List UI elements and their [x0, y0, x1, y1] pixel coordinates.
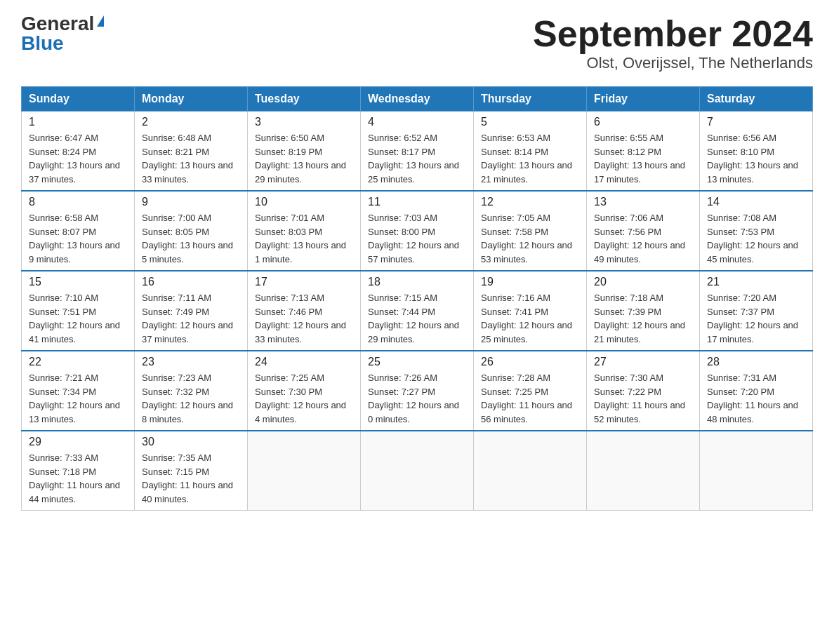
day-number: 23 [142, 356, 240, 368]
day-info: Sunrise: 7:06 AMSunset: 7:56 PMDaylight:… [594, 211, 692, 266]
page-title: September 2024 [533, 14, 813, 54]
day-number: 7 [707, 116, 805, 128]
table-row [361, 431, 474, 511]
table-row: 30Sunrise: 7:35 AMSunset: 7:15 PMDayligh… [135, 431, 248, 511]
day-number: 27 [594, 356, 692, 368]
table-row: 21Sunrise: 7:20 AMSunset: 7:37 PMDayligh… [700, 271, 813, 351]
day-info: Sunrise: 7:21 AMSunset: 7:34 PMDaylight:… [29, 371, 127, 426]
day-info: Sunrise: 7:20 AMSunset: 7:37 PMDaylight:… [707, 291, 805, 346]
day-number: 3 [255, 116, 353, 128]
day-info: Sunrise: 7:13 AMSunset: 7:46 PMDaylight:… [255, 291, 353, 346]
logo: General Blue [21, 14, 104, 53]
table-row: 26Sunrise: 7:28 AMSunset: 7:25 PMDayligh… [474, 351, 587, 431]
title-area: September 2024 Olst, Overijssel, The Net… [533, 14, 813, 72]
day-info: Sunrise: 7:23 AMSunset: 7:32 PMDaylight:… [142, 371, 240, 426]
day-info: Sunrise: 6:55 AMSunset: 8:12 PMDaylight:… [594, 131, 692, 186]
header-sunday: Sunday [22, 87, 135, 112]
table-row: 19Sunrise: 7:16 AMSunset: 7:41 PMDayligh… [474, 271, 587, 351]
table-row: 7Sunrise: 6:56 AMSunset: 8:10 PMDaylight… [700, 112, 813, 192]
day-info: Sunrise: 6:47 AMSunset: 8:24 PMDaylight:… [29, 131, 127, 186]
table-row: 14Sunrise: 7:08 AMSunset: 7:53 PMDayligh… [700, 191, 813, 271]
day-info: Sunrise: 6:58 AMSunset: 8:07 PMDaylight:… [29, 211, 127, 266]
day-info: Sunrise: 7:26 AMSunset: 7:27 PMDaylight:… [368, 371, 466, 426]
day-info: Sunrise: 6:50 AMSunset: 8:19 PMDaylight:… [255, 131, 353, 186]
day-info: Sunrise: 6:53 AMSunset: 8:14 PMDaylight:… [481, 131, 579, 186]
calendar-row: 29Sunrise: 7:33 AMSunset: 7:18 PMDayligh… [22, 431, 813, 511]
day-number: 4 [368, 116, 466, 128]
table-row: 4Sunrise: 6:52 AMSunset: 8:17 PMDaylight… [361, 112, 474, 192]
day-number: 5 [481, 116, 579, 128]
day-info: Sunrise: 7:10 AMSunset: 7:51 PMDaylight:… [29, 291, 127, 346]
table-row: 24Sunrise: 7:25 AMSunset: 7:30 PMDayligh… [248, 351, 361, 431]
header-tuesday: Tuesday [248, 87, 361, 112]
day-number: 1 [29, 116, 127, 128]
table-row: 6Sunrise: 6:55 AMSunset: 8:12 PMDaylight… [587, 112, 700, 192]
table-row: 16Sunrise: 7:11 AMSunset: 7:49 PMDayligh… [135, 271, 248, 351]
table-row: 8Sunrise: 6:58 AMSunset: 8:07 PMDaylight… [22, 191, 135, 271]
table-row: 3Sunrise: 6:50 AMSunset: 8:19 PMDaylight… [248, 112, 361, 192]
day-info: Sunrise: 7:15 AMSunset: 7:44 PMDaylight:… [368, 291, 466, 346]
day-number: 2 [142, 116, 240, 128]
calendar-row: 22Sunrise: 7:21 AMSunset: 7:34 PMDayligh… [22, 351, 813, 431]
table-row: 1Sunrise: 6:47 AMSunset: 8:24 PMDaylight… [22, 112, 135, 192]
table-row: 20Sunrise: 7:18 AMSunset: 7:39 PMDayligh… [587, 271, 700, 351]
day-number: 30 [142, 436, 240, 448]
header-thursday: Thursday [474, 87, 587, 112]
table-row: 25Sunrise: 7:26 AMSunset: 7:27 PMDayligh… [361, 351, 474, 431]
table-row: 2Sunrise: 6:48 AMSunset: 8:21 PMDaylight… [135, 112, 248, 192]
day-number: 26 [481, 356, 579, 368]
table-row: 5Sunrise: 6:53 AMSunset: 8:14 PMDaylight… [474, 112, 587, 192]
day-number: 17 [255, 276, 353, 288]
logo-blue-text: Blue [21, 34, 64, 53]
day-info: Sunrise: 7:28 AMSunset: 7:25 PMDaylight:… [481, 371, 579, 426]
day-info: Sunrise: 7:03 AMSunset: 8:00 PMDaylight:… [368, 211, 466, 266]
day-number: 16 [142, 276, 240, 288]
day-info: Sunrise: 7:33 AMSunset: 7:18 PMDaylight:… [29, 451, 127, 506]
day-info: Sunrise: 7:35 AMSunset: 7:15 PMDaylight:… [142, 451, 240, 506]
table-row: 12Sunrise: 7:05 AMSunset: 7:58 PMDayligh… [474, 191, 587, 271]
table-row: 17Sunrise: 7:13 AMSunset: 7:46 PMDayligh… [248, 271, 361, 351]
table-row: 27Sunrise: 7:30 AMSunset: 7:22 PMDayligh… [587, 351, 700, 431]
day-number: 20 [594, 276, 692, 288]
table-row: 15Sunrise: 7:10 AMSunset: 7:51 PMDayligh… [22, 271, 135, 351]
day-number: 8 [29, 196, 127, 208]
table-row [700, 431, 813, 511]
day-number: 29 [29, 436, 127, 448]
table-row: 29Sunrise: 7:33 AMSunset: 7:18 PMDayligh… [22, 431, 135, 511]
day-info: Sunrise: 7:16 AMSunset: 7:41 PMDaylight:… [481, 291, 579, 346]
day-info: Sunrise: 7:05 AMSunset: 7:58 PMDaylight:… [481, 211, 579, 266]
day-number: 13 [594, 196, 692, 208]
day-number: 12 [481, 196, 579, 208]
table-row: 18Sunrise: 7:15 AMSunset: 7:44 PMDayligh… [361, 271, 474, 351]
logo-triangle-icon [97, 15, 104, 27]
calendar-table: Sunday Monday Tuesday Wednesday Thursday… [21, 86, 813, 511]
day-info: Sunrise: 6:52 AMSunset: 8:17 PMDaylight:… [368, 131, 466, 186]
day-info: Sunrise: 7:30 AMSunset: 7:22 PMDaylight:… [594, 371, 692, 426]
table-row [587, 431, 700, 511]
table-row: 22Sunrise: 7:21 AMSunset: 7:34 PMDayligh… [22, 351, 135, 431]
day-info: Sunrise: 7:00 AMSunset: 8:05 PMDaylight:… [142, 211, 240, 266]
day-info: Sunrise: 7:01 AMSunset: 8:03 PMDaylight:… [255, 211, 353, 266]
day-number: 22 [29, 356, 127, 368]
header-wednesday: Wednesday [361, 87, 474, 112]
table-row [248, 431, 361, 511]
header: General Blue September 2024 Olst, Overij… [21, 14, 813, 72]
calendar-row: 15Sunrise: 7:10 AMSunset: 7:51 PMDayligh… [22, 271, 813, 351]
day-number: 28 [707, 356, 805, 368]
day-number: 18 [368, 276, 466, 288]
day-number: 11 [368, 196, 466, 208]
table-row: 13Sunrise: 7:06 AMSunset: 7:56 PMDayligh… [587, 191, 700, 271]
table-row: 9Sunrise: 7:00 AMSunset: 8:05 PMDaylight… [135, 191, 248, 271]
day-number: 10 [255, 196, 353, 208]
table-row: 23Sunrise: 7:23 AMSunset: 7:32 PMDayligh… [135, 351, 248, 431]
header-monday: Monday [135, 87, 248, 112]
header-saturday: Saturday [700, 87, 813, 112]
table-row: 10Sunrise: 7:01 AMSunset: 8:03 PMDayligh… [248, 191, 361, 271]
calendar-row: 1Sunrise: 6:47 AMSunset: 8:24 PMDaylight… [22, 112, 813, 192]
header-friday: Friday [587, 87, 700, 112]
calendar-row: 8Sunrise: 6:58 AMSunset: 8:07 PMDaylight… [22, 191, 813, 271]
page-subtitle: Olst, Overijssel, The Netherlands [533, 54, 813, 72]
day-number: 21 [707, 276, 805, 288]
day-number: 24 [255, 356, 353, 368]
logo-general-text: General [21, 14, 94, 34]
